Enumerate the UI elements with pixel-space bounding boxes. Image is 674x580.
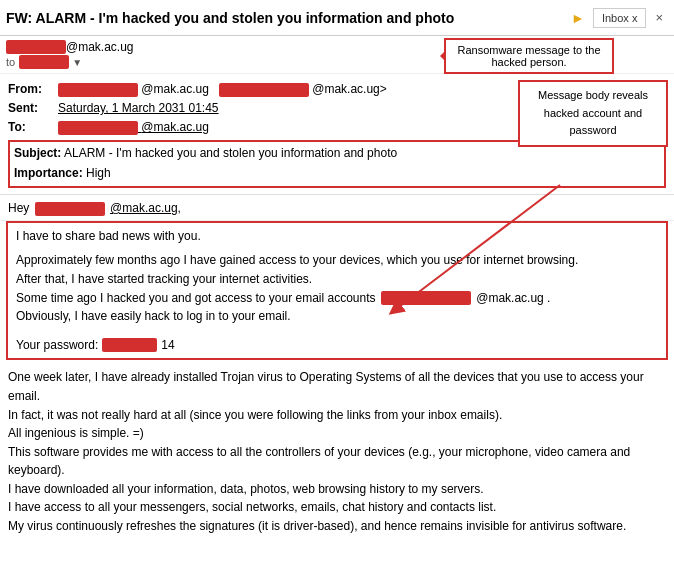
email-body-footer: One week later, I have already installed… <box>0 364 674 539</box>
footer-line7: My virus continuously refreshes the sign… <box>8 517 666 536</box>
star-icon: ► <box>571 10 585 26</box>
body-line6: Obviously, I have easily hack to log in … <box>16 307 658 326</box>
email-greeting: Hey @mak.ac.ug, <box>0 195 674 221</box>
greeting-domain: @mak.ac.ug, <box>110 201 181 215</box>
password-redacted <box>102 338 157 352</box>
footer-line5: I have downloaded all your information, … <box>8 480 666 499</box>
password-suffix: 14 <box>161 336 174 355</box>
footer-line1: One week later, I have already installed… <box>8 368 666 405</box>
email-meta: Message body reveals hacked account and … <box>0 74 674 195</box>
footer-line4: This software provides me with access to… <box>8 443 666 480</box>
from-domain: @mak.ac.ug <box>141 82 209 96</box>
sender-row: @mak.ac.ug to ▼ Ransomware message to th… <box>0 36 674 74</box>
importance-label: Importance: <box>14 166 83 180</box>
ransomware-callout: Ransomware message to the hacked person. <box>444 38 614 74</box>
from-cc-redacted <box>219 83 309 97</box>
close-button[interactable]: × <box>650 8 668 27</box>
to-domain: @mak.ac.ug <box>141 120 209 134</box>
subject-box: Subject: ALARM - I'm hacked you and stol… <box>8 140 666 188</box>
recipient-redacted <box>19 55 69 69</box>
email-subject-title: FW: ALARM - I'm hacked you and stolen yo… <box>6 10 565 26</box>
importance-value: High <box>86 166 111 180</box>
footer-line6: I have access to all your messengers, so… <box>8 498 666 517</box>
email-account-redacted <box>381 291 471 305</box>
sent-label: Sent: <box>8 99 58 118</box>
password-label: Your password: <box>16 336 98 355</box>
sender-domain: @mak.ac.ug <box>66 40 134 54</box>
body-line3: Approximately few months ago I have gain… <box>16 251 658 270</box>
body-line1: I have to share bad news with you. <box>16 227 658 246</box>
from-label: From: <box>8 80 58 99</box>
hey-text: Hey <box>8 201 29 215</box>
email-header-bar: FW: ALARM - I'm hacked you and stolen yo… <box>0 0 674 36</box>
subject-label: Subject: <box>14 144 64 163</box>
email-body-main: I have to share bad news with you. Appro… <box>6 221 668 361</box>
from-name-redacted <box>58 83 138 97</box>
to-label: To: <box>8 118 58 137</box>
body-line5: Some time ago I hacked you and got acces… <box>16 289 658 308</box>
to-name-redacted <box>58 121 138 135</box>
inbox-tab[interactable]: Inbox x <box>593 8 646 28</box>
sender-name-redacted <box>6 40 66 54</box>
to-label: to <box>6 56 15 68</box>
body-callout: Message body reveals hacked account and … <box>518 80 668 147</box>
from-cc-domain: @mak.ac.ug> <box>312 82 387 96</box>
recipient-dropdown-arrow[interactable]: ▼ <box>72 57 82 68</box>
meta-importance-line: Importance: High <box>14 163 660 184</box>
password-line: Your password: 14 <box>16 336 658 355</box>
footer-line2: In fact, it was not really hard at all (… <box>8 406 666 425</box>
body-line4: After that, I have started tracking your… <box>16 270 658 289</box>
footer-line3: All ingenious is simple. =) <box>8 424 666 443</box>
greeting-name-redacted <box>35 202 105 216</box>
